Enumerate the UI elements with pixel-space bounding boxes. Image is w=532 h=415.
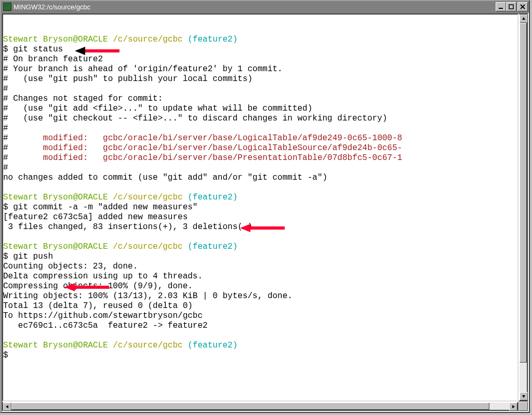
push-output: Total 13 (delta 7), reused 0 (delta 0) <box>3 301 193 311</box>
svg-marker-13 <box>512 405 515 408</box>
status-line: # (use "git push" to publish your local … <box>3 74 252 84</box>
size-grip[interactable] <box>518 401 528 411</box>
svg-marker-11 <box>522 395 525 398</box>
svg-marker-10 <box>522 17 525 20</box>
terminal-viewport[interactable]: Stewart Bryson@ORACLE /c/source/gcbc (fe… <box>2 14 518 401</box>
empty-line <box>3 25 8 34</box>
modified-label: modified: <box>43 153 88 163</box>
modified-file: gcbc/oracle/bi/server/base/LogicalTable/… <box>103 133 402 143</box>
status-line: # <box>3 84 8 93</box>
scroll-thumb[interactable] <box>11 403 489 410</box>
horizontal-scrollbar[interactable] <box>2 401 518 411</box>
prompt-userhost: Stewart Bryson@ORACLE <box>3 242 108 251</box>
window-control-buttons <box>496 2 528 11</box>
chevron-down-icon <box>522 394 526 398</box>
status-line: # <box>3 163 8 172</box>
scroll-right-button[interactable] <box>509 403 517 411</box>
scroll-down-button[interactable] <box>520 392 528 400</box>
chevron-left-icon <box>5 405 9 409</box>
prompt-branch: (feature2) <box>188 341 237 350</box>
svg-marker-12 <box>6 405 8 408</box>
status-hash: # <box>3 133 43 143</box>
scroll-track[interactable] <box>11 403 509 410</box>
scroll-thumb[interactable] <box>520 23 527 363</box>
push-output: Delta compression using up to 4 threads. <box>3 272 203 281</box>
blank-line <box>3 232 8 242</box>
status-line: # (use "git checkout -- <file>..." to di… <box>3 114 387 123</box>
prompt-path: /c/source/gcbc <box>113 193 182 202</box>
prompt-userhost: Stewart Bryson@ORACLE <box>3 341 108 350</box>
push-output: Counting objects: 23, done. <box>3 262 138 271</box>
prompt-path: /c/source/gcbc <box>113 341 182 350</box>
commit-output: 3 files changed, 83 insertions(+), 3 del… <box>3 222 252 232</box>
svg-rect-0 <box>499 8 503 9</box>
chevron-right-icon <box>511 405 515 409</box>
commit-output: [feature2 c673c5a] added new measures <box>3 212 188 222</box>
status-hash: # <box>3 143 43 153</box>
status-line: # On branch feature2 <box>3 55 103 64</box>
app-icon <box>3 3 11 11</box>
svg-rect-1 <box>509 5 513 9</box>
cmd-git-commit: $ git commit -a -m "added new measures" <box>3 203 197 212</box>
cmd-git-status: $ git status <box>3 45 63 54</box>
maximize-button[interactable] <box>506 2 516 11</box>
blank-line <box>3 331 8 340</box>
terminal-content: Stewart Bryson@ORACLE /c/source/gcbc (fe… <box>3 15 517 360</box>
scroll-left-button[interactable] <box>3 403 11 411</box>
modified-label: modified: <box>43 143 88 153</box>
push-output: Compressing objects: 100% (9/9), done. <box>3 282 193 291</box>
prompt-branch: (feature2) <box>188 35 237 44</box>
modified-file: gcbc/oracle/bi/server/base/LogicalTableS… <box>103 143 402 153</box>
status-line: # Your branch is ahead of 'origin/featur… <box>3 64 283 74</box>
window-title: MINGW32:/c/source/gcbc <box>14 3 496 11</box>
prompt-dollar: $ <box>3 351 8 360</box>
blank-line <box>3 183 8 192</box>
status-line: # <box>3 124 8 133</box>
close-icon <box>520 4 525 9</box>
prompt-branch: (feature2) <box>188 193 237 202</box>
push-output: To https://github.com/stewartbryson/gcbc <box>3 311 203 320</box>
modified-gap <box>88 153 103 163</box>
push-output: Writing objects: 100% (13/13), 2.03 KiB … <box>3 291 292 301</box>
vertical-scrollbar[interactable] <box>518 14 528 401</box>
titlebar[interactable]: MINGW32:/c/source/gcbc <box>1 1 529 12</box>
modified-gap <box>88 143 103 153</box>
minimize-icon <box>498 4 503 9</box>
cmd-git-push: $ git push <box>3 252 53 261</box>
prompt-userhost: Stewart Bryson@ORACLE <box>3 35 108 44</box>
modified-file: gcbc/oracle/bi/server/base/PresentationT… <box>103 153 402 163</box>
prompt-path: /c/source/gcbc <box>113 35 182 44</box>
hscroll-row <box>2 401 528 411</box>
chevron-up-icon <box>522 17 526 21</box>
client-area: Stewart Bryson@ORACLE /c/source/gcbc (fe… <box>1 12 529 412</box>
maximize-icon <box>509 4 514 9</box>
window-frame: MINGW32:/c/source/gcbc Stewart Bryson@OR… <box>0 0 530 413</box>
status-line: # Changes not staged for commit: <box>3 94 163 103</box>
prompt-branch: (feature2) <box>188 242 237 251</box>
minimize-button[interactable] <box>496 2 506 11</box>
status-line: # (use "git add <file>..." to update wha… <box>3 104 312 113</box>
modified-gap <box>88 133 103 143</box>
status-line: no changes added to commit (use "git add… <box>3 173 327 182</box>
prompt-path: /c/source/gcbc <box>113 242 182 251</box>
scroll-track[interactable] <box>520 23 527 392</box>
scroll-up-button[interactable] <box>520 15 528 23</box>
status-hash: # <box>3 153 43 163</box>
push-output: ec769c1..c673c5a feature2 -> feature2 <box>3 321 208 330</box>
prompt-userhost: Stewart Bryson@ORACLE <box>3 193 108 202</box>
modified-label: modified: <box>43 133 88 143</box>
close-button[interactable] <box>517 2 528 11</box>
